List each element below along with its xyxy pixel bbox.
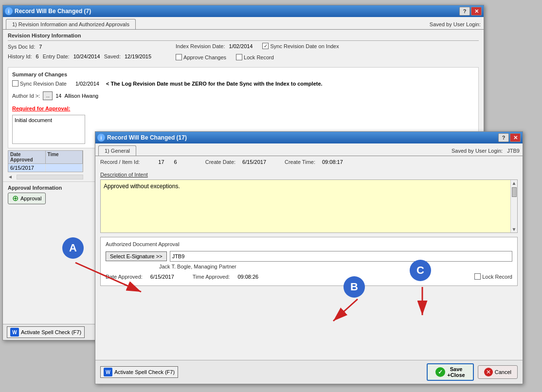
lock-record-label-bg: Lock Record (244, 54, 274, 60)
save-close-button[interactable]: ✓ Save +Close (427, 363, 473, 381)
cancel-icon: ✕ (484, 368, 493, 376)
approval-button[interactable]: ⊕ Approval (8, 193, 46, 204)
fg-create-time-label: Create Time: (285, 159, 315, 165)
sync-date-checkbox[interactable] (12, 80, 18, 87)
time-header: Time (46, 151, 83, 163)
fg-record-label: Record / Item Id: (100, 159, 140, 165)
author-id-label: Author Id >: (12, 93, 40, 99)
fg-lock-record-checkbox[interactable] (474, 273, 481, 280)
fg-saved-by: Saved by User Login: JTB9 (452, 148, 520, 156)
index-revision-date-label: Index Revision Date: (176, 43, 225, 49)
approve-changes-checkbox[interactable] (176, 54, 182, 60)
sync-date-label: Sync Revision Date (20, 81, 67, 87)
fg-close-button[interactable]: ✕ (510, 133, 521, 142)
entry-date-label: Entry Date: (43, 53, 70, 59)
summary-text-area[interactable]: Initial document (12, 115, 85, 144)
sync-date-value: 1/02/2014 (75, 81, 99, 87)
fg-time-approved-value: 09:08:26 (237, 274, 258, 280)
auth-doc-label: Authorized Document Approval (106, 241, 512, 247)
author-name: Allison Hwang (64, 93, 98, 99)
fg-lock-record-label: Lock Record (482, 274, 512, 280)
date-approved-header: Date Approved (8, 151, 46, 163)
author-id-value: 14 (55, 93, 61, 99)
fg-window-icon: i (97, 134, 105, 142)
fg-window-title: Record Will Be Changed (17) (107, 134, 187, 141)
saved-value: 12/19/2015 (125, 53, 151, 59)
fg-date-approved-value: 6/15/2017 (150, 274, 174, 280)
fg-create-date-value: 6/15/2017 (242, 159, 266, 165)
fg-spell-check-button[interactable]: W Activate Spell Check (F7) (100, 366, 178, 378)
fg-record-id: 17 (158, 159, 164, 165)
sys-doc-id-value: 7 (39, 44, 42, 50)
required-label: Required for Approval: (12, 106, 70, 111)
index-revision-date-value: 1/02/2014 (229, 43, 253, 49)
date-approved-value[interactable]: 6/15/2017 (8, 164, 46, 172)
fg-create-date-label: Create Date: (205, 159, 235, 165)
cancel-button[interactable]: ✕ Cancel (478, 365, 518, 379)
bg-close-button[interactable]: ✕ (471, 7, 482, 16)
fg-record-sub: 6 (174, 159, 177, 165)
scroll-bar[interactable] (17, 175, 83, 179)
summary-title: Summary of Changes (12, 71, 474, 77)
warning-text: < The Log Revision Date must be ZERO for… (106, 81, 323, 87)
select-esig-button[interactable]: Select E-Signature >> (106, 251, 167, 261)
sync-revision-label: Sync Revision Date on Index (270, 43, 339, 49)
fg-create-time-value: 09:08:17 (322, 159, 343, 165)
time-value (46, 164, 83, 172)
entry-date-value: 10/24/2014 (73, 53, 100, 59)
bg-revision-section-title: Revision History Information (8, 33, 479, 38)
fg-lock-record-row: Lock Record (474, 273, 512, 280)
fg-help-button[interactable]: ? (498, 133, 509, 142)
sync-revision-checkbox[interactable] (262, 43, 269, 49)
bg-window-title: Record Will Be Changed (7) (15, 8, 91, 15)
description-textarea[interactable] (101, 180, 510, 229)
fg-word-icon: W (104, 368, 112, 376)
lock-record-checkbox-bg[interactable] (236, 54, 242, 60)
fg-time-approved-label: Time Approved: (193, 274, 230, 280)
esig-name: Jack T. Bogle, Managing Partner (159, 264, 512, 269)
save-icon: ✓ (435, 367, 445, 377)
desc-scrollbar[interactable]: ▲ ▼ (510, 180, 517, 232)
fg-window-titlebar: i Record Will Be Changed (17) ? ✕ (95, 132, 523, 143)
fg-saved-by-value: JTB9 (507, 148, 520, 154)
bg-window-icon: i (5, 7, 13, 15)
plus-icon: ⊕ (12, 195, 18, 202)
bg-word-icon: W (10, 328, 19, 337)
bg-tab-general[interactable]: 1) Revision Information and Authorized A… (6, 19, 136, 29)
bg-help-button[interactable]: ? (459, 7, 470, 16)
sys-doc-id-label: Sys Doc Id: (8, 44, 35, 50)
description-label: Description of Intent (100, 172, 518, 178)
author-id-btn[interactable]: ... (43, 91, 53, 100)
approval-data-grid: Date Approved Time 6/15/2017 (8, 150, 83, 172)
fg-bottom-bar: W Activate Spell Check (F7) ✓ Save +Clos… (95, 360, 523, 384)
saved-label: Saved: (104, 53, 121, 59)
fg-window: i Record Will Be Changed (17) ? ✕ 1) Gen… (95, 131, 523, 384)
fg-tab-bar: 1) General Saved by User Login: JTB9 (95, 143, 523, 156)
bg-window-titlebar: i Record Will Be Changed (7) ? ✕ (3, 5, 484, 17)
history-id-value: 6 (36, 53, 39, 59)
esig-input[interactable] (170, 251, 512, 262)
fg-tab-general[interactable]: 1) General (98, 145, 136, 156)
bg-saved-by: Saved by User Login: (430, 21, 481, 29)
fg-date-approved-label: Date Approved: (106, 274, 143, 280)
approve-changes-label: Approve Changes (183, 54, 226, 60)
bg-spell-check-button[interactable]: W Activate Spell Check (F7) (7, 326, 85, 338)
scroll-left[interactable]: ◄ (8, 174, 13, 179)
bg-tab-bar: 1) Revision Information and Authorized A… (3, 17, 484, 29)
history-id-label: History Id: (8, 53, 32, 59)
